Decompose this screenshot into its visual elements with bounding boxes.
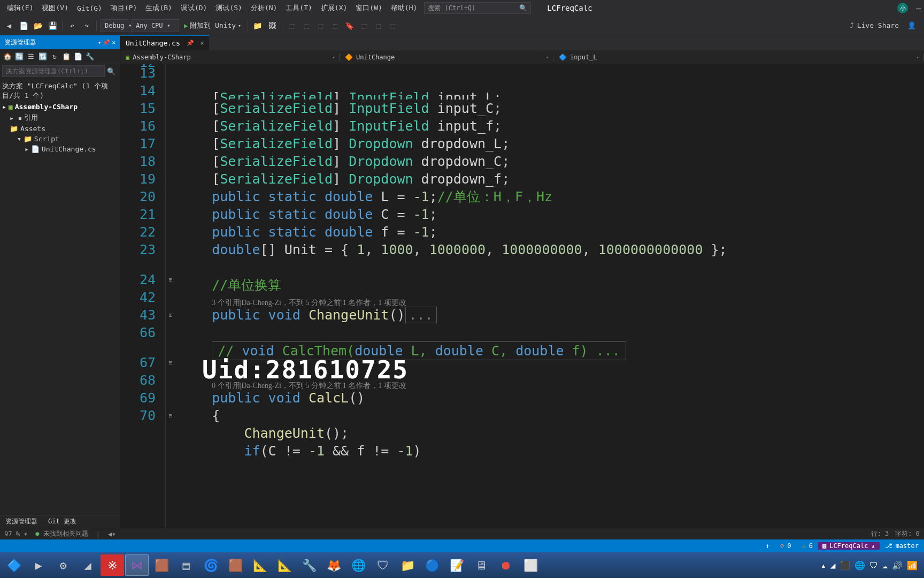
home-icon[interactable]: 🏠 <box>2 51 13 62</box>
close-icon[interactable]: ✕ <box>201 40 204 47</box>
image-icon[interactable]: 🖼 <box>266 19 279 32</box>
menu-test[interactable]: 测试(S) <box>211 2 246 14</box>
taskbar-app[interactable]: ◢ <box>76 554 99 576</box>
step-icon[interactable]: ⬚ <box>286 19 298 32</box>
bookmark-icon[interactable]: 🔖 <box>343 19 356 32</box>
crumb-project[interactable]: ▣Assembly-CSharp <box>120 54 340 61</box>
attach-button[interactable]: 附加到 Unity ▾ <box>181 20 244 32</box>
file-node[interactable]: ▸ 📄 UnitChange.cs <box>0 144 120 154</box>
taskbar-app[interactable]: 📐 <box>273 554 296 576</box>
taskbar-app[interactable]: 🔷 <box>2 554 26 576</box>
tab-unitchange[interactable]: UnitChange.cs 📌 ✕ <box>120 35 209 50</box>
crumb-class[interactable]: 🔶UnitChange <box>340 54 553 61</box>
sync-icon[interactable]: 🔄 <box>14 51 25 62</box>
project-node[interactable]: ▸ ▣ Assembly-CSharp <box>0 102 120 112</box>
taskbar-app[interactable]: 🟫 <box>224 554 247 576</box>
taskbar-app[interactable]: ▤ <box>174 554 198 576</box>
props-icon[interactable]: 📋 <box>61 51 72 62</box>
minimize-button[interactable]: — <box>916 3 921 13</box>
project-status[interactable]: ▦ LCFreqCalc ▴ <box>818 542 880 550</box>
menu-git[interactable]: Git(G) <box>73 3 106 14</box>
menu-help[interactable]: 帮助(H) <box>387 2 421 14</box>
wrench-icon[interactable]: 🔧 <box>84 51 95 62</box>
tab-git-changes[interactable]: Git 更改 <box>43 515 82 528</box>
config-select[interactable]: Debug <box>100 19 129 32</box>
tray-icon[interactable]: ◢ <box>830 560 836 571</box>
menu-extensions[interactable]: 扩展(X) <box>317 2 351 14</box>
taskbar-vs[interactable]: ⋈ <box>125 554 149 576</box>
taskbar-app[interactable]: 📝 <box>445 554 468 576</box>
menu-analyze[interactable]: 分析(N) <box>247 2 281 14</box>
taskbar-app[interactable]: ▶ <box>27 554 50 576</box>
live-share-button[interactable]: ⤴ Live Share 👤 <box>845 21 921 29</box>
step-icon[interactable]: ⬚ <box>329 19 342 32</box>
close-icon[interactable]: ✕ <box>112 39 116 46</box>
sync-status[interactable]: ↑ <box>760 542 775 550</box>
taskbar-app[interactable]: 🌐 <box>346 554 370 576</box>
folder-icon[interactable]: 📁 <box>251 19 264 32</box>
branch-status[interactable]: ⎇ master <box>880 542 924 550</box>
search-icon[interactable]: 🔍 <box>105 67 118 75</box>
system-tray[interactable]: ▴ ◢ ⬛ 🌐 🛡 ☁ 🔊 📶 <box>817 560 922 571</box>
taskbar-app[interactable]: 🖥 <box>469 554 493 576</box>
menu-edit[interactable]: 编辑(E) <box>3 2 37 14</box>
taskbar-app[interactable]: ⏺ <box>494 554 518 576</box>
pin-icon[interactable]: 📌 <box>184 40 196 47</box>
taskbar-app[interactable]: 🔧 <box>297 554 321 576</box>
nav-icon[interactable]: ◀▾ <box>108 530 116 538</box>
dropdown-icon[interactable]: ▾ <box>98 39 102 46</box>
tray-icon[interactable]: 🛡 <box>869 560 878 571</box>
tray-icon[interactable]: ⬛ <box>840 560 850 571</box>
script-folder-node[interactable]: ▾ 📁 Script <box>0 134 120 144</box>
references-node[interactable]: ▸ ▪ 引用 <box>0 112 120 124</box>
tray-icon[interactable]: 🌐 <box>854 560 865 571</box>
tray-icon[interactable]: ☁ <box>882 560 888 571</box>
new-button[interactable]: 📄 <box>17 19 30 32</box>
taskbar-app[interactable]: ⬜ <box>519 554 542 576</box>
pin-icon[interactable]: 📌 <box>103 39 110 46</box>
taskbar-app[interactable]: 🦊 <box>322 554 345 576</box>
crumb-member[interactable]: 🔷input_L <box>553 54 924 61</box>
menu-build[interactable]: 生成(B) <box>141 2 176 14</box>
step-icon[interactable]: ⬚ <box>300 19 313 32</box>
tray-icon[interactable]: 🔊 <box>892 560 903 571</box>
taskbar-app[interactable]: 📁 <box>396 554 419 576</box>
refresh2-icon[interactable]: ↻ <box>49 51 60 62</box>
global-search[interactable]: 搜索 (Ctrl+Q) 🔍 <box>424 2 531 14</box>
taskbar-app[interactable]: 🟫 <box>150 554 173 576</box>
error-count[interactable]: ⊘ 0 <box>775 542 796 550</box>
tab-solution-explorer[interactable]: 资源管理器 <box>0 515 43 528</box>
zoom-level[interactable]: 97 % ▾ <box>4 530 27 538</box>
redo-button[interactable]: ↷ <box>80 19 93 32</box>
tray-icon[interactable]: 📶 <box>907 560 918 571</box>
source-text[interactable]: [SerializeField] InputField input_L; [Se… <box>175 64 924 528</box>
code-area[interactable]: 1213141516171819202122232442436667686970… <box>120 64 924 528</box>
step-icon[interactable]: ⬚ <box>314 19 327 32</box>
nav-icon[interactable]: ⬚ <box>372 19 385 32</box>
collapse-icon[interactable]: ☰ <box>26 51 36 62</box>
platform-select[interactable]: Any CPU <box>131 19 179 32</box>
menu-project[interactable]: 项目(P) <box>106 2 141 14</box>
solution-node[interactable]: 决方案 "LCFreqCalc" (1 个项目/共 1 个) <box>0 80 120 102</box>
menu-window[interactable]: 窗口(W) <box>351 2 386 14</box>
taskbar-app[interactable]: 🌀 <box>199 554 222 576</box>
nav-icon[interactable]: ⬚ <box>358 19 371 32</box>
taskbar-app[interactable]: ⚙ <box>51 554 75 576</box>
menu-tools[interactable]: 工具(T) <box>281 2 316 14</box>
nav-icon[interactable]: ⬚ <box>387 19 399 32</box>
open-button[interactable]: 📂 <box>32 19 44 32</box>
taskbar-app[interactable]: 🛡 <box>371 554 395 576</box>
taskbar-app[interactable]: 📐 <box>248 554 272 576</box>
show-icon[interactable]: 📄 <box>73 51 83 62</box>
undo-button[interactable]: ↶ <box>66 19 79 32</box>
taskbar-app[interactable]: ※ <box>101 554 124 576</box>
fold-gutter[interactable]: ⊞⊞⊟⊟ <box>166 64 175 528</box>
back-button[interactable]: ◀ <box>3 19 16 32</box>
tray-icon[interactable]: ▴ <box>821 560 826 571</box>
issues-status[interactable]: ● 未找到相关问题 <box>35 529 88 538</box>
user-avatar[interactable]: 小 <box>897 3 908 13</box>
taskbar-app[interactable]: 🔵 <box>420 554 444 576</box>
menu-view[interactable]: 视图(V) <box>37 2 72 14</box>
save-button[interactable]: 💾 <box>46 19 59 32</box>
menu-debug[interactable]: 调试(D) <box>176 2 211 14</box>
